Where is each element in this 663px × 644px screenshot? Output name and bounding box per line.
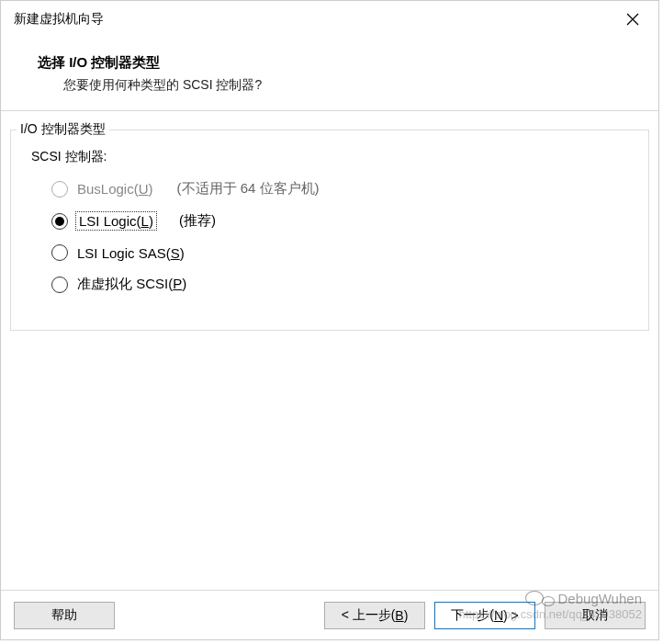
footer: 帮助 < 上一步(B) 下一步(N) > 取消 — [1, 590, 658, 639]
scsi-controller-label: SCSI 控制器: — [31, 149, 634, 165]
next-button[interactable]: 下一步(N) > — [434, 602, 535, 629]
option-lsilogic-hint: (推荐) — [179, 212, 216, 230]
option-pvscsi-label: 准虚拟化 SCSI(P) — [77, 276, 186, 293]
option-buslogic: BusLogic(U) (不适用于 64 位客户机) — [51, 180, 634, 198]
radio-icon — [51, 213, 68, 230]
content-area: I/O 控制器类型 SCSI 控制器: BusLogic(U) (不适用于 64… — [1, 111, 658, 590]
option-lsilogic-label: LSI Logic(L) — [77, 213, 155, 229]
header-title: 选择 I/O 控制器类型 — [38, 54, 622, 72]
radio-icon — [51, 244, 68, 261]
option-lsisas-label: LSI Logic SAS(S) — [77, 245, 185, 261]
wizard-dialog: 新建虚拟机向导 选择 I/O 控制器类型 您要使用何种类型的 SCSI 控制器?… — [0, 0, 659, 640]
close-icon — [626, 13, 639, 26]
radio-icon — [51, 181, 68, 198]
option-buslogic-label: BusLogic(U) — [77, 181, 153, 197]
header-section: 选择 I/O 控制器类型 您要使用何种类型的 SCSI 控制器? — [1, 38, 658, 111]
io-controller-groupbox: I/O 控制器类型 SCSI 控制器: BusLogic(U) (不适用于 64… — [10, 130, 649, 331]
option-buslogic-hint: (不适用于 64 位客户机) — [177, 180, 320, 198]
back-button[interactable]: < 上一步(B) — [324, 602, 425, 629]
option-pvscsi[interactable]: 准虚拟化 SCSI(P) — [51, 276, 634, 293]
close-button[interactable] — [618, 5, 647, 34]
help-button[interactable]: 帮助 — [14, 602, 115, 629]
dialog-title: 新建虚拟机向导 — [14, 11, 104, 28]
radio-icon — [51, 277, 68, 293]
header-subtitle: 您要使用何种类型的 SCSI 控制器? — [63, 77, 622, 94]
option-lsilogic[interactable]: LSI Logic(L) (推荐) — [51, 212, 634, 230]
cancel-button[interactable]: 取消 — [545, 602, 646, 629]
option-lsisas[interactable]: LSI Logic SAS(S) — [51, 244, 634, 261]
groupbox-label: I/O 控制器类型 — [17, 121, 109, 138]
titlebar: 新建虚拟机向导 — [1, 1, 658, 38]
